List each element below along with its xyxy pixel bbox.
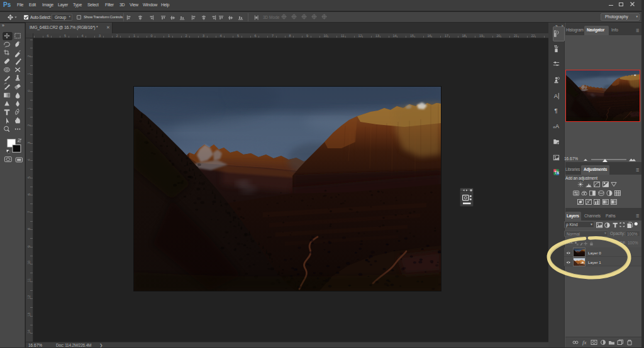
svg-text:A: A (554, 93, 558, 99)
svg-text:A: A (555, 123, 559, 129)
svg-text:fx: fx (582, 339, 587, 345)
svg-text:Tk: Tk (555, 170, 560, 175)
svg-text:¶: ¶ (555, 107, 558, 114)
